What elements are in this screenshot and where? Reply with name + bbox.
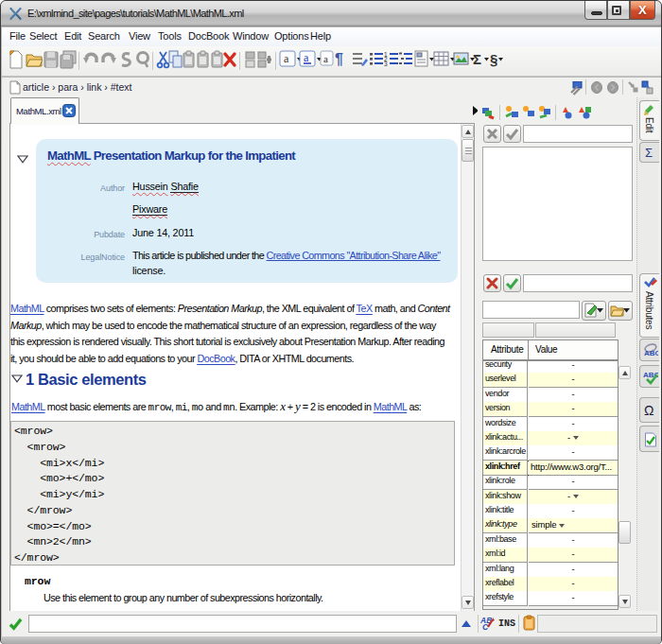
svg-text:3: 3: [384, 61, 388, 67]
svg-text:Σ: Σ: [473, 51, 481, 67]
svg-text:ABC: ABC: [644, 349, 658, 357]
svg-text:a: a: [304, 51, 309, 64]
svg-text:C: C: [482, 622, 489, 632]
svg-text:§: §: [490, 51, 497, 67]
svg-text:a: a: [323, 53, 328, 64]
svg-text:¶: ¶: [335, 51, 343, 67]
svg-text:a: a: [284, 52, 289, 65]
